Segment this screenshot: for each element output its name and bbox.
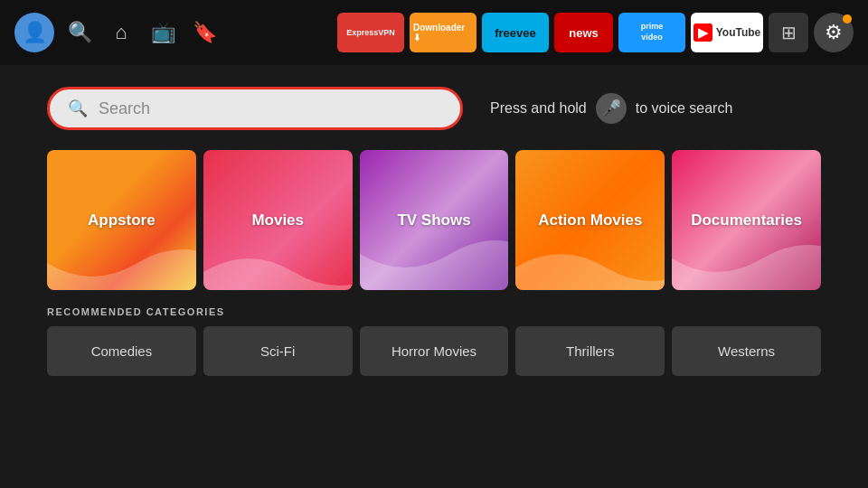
freevee-label: freevee <box>495 26 536 40</box>
news-button[interactable]: news <box>554 13 613 52</box>
rec-label-scifi: Sci-Fi <box>260 343 295 359</box>
category-grid: Appstore Movies TV Shows Action Movies D… <box>0 150 868 290</box>
news-label: news <box>569 26 599 40</box>
category-card-action[interactable]: Action Movies <box>515 150 665 290</box>
settings-notification-dot <box>843 14 852 23</box>
home-icon[interactable]: ⌂ <box>105 16 137 49</box>
rec-card-westerns[interactable]: Westerns <box>672 326 821 376</box>
category-label-documentaries: Documentaries <box>691 211 802 230</box>
search-placeholder: Search <box>99 99 150 118</box>
category-label-appstore: Appstore <box>88 211 156 230</box>
category-label-movies: Movies <box>251 211 304 230</box>
rec-card-thrillers[interactable]: Thrillers <box>515 326 665 376</box>
category-card-documentaries[interactable]: Documentaries <box>672 150 821 290</box>
grid-icon: ⊞ <box>781 22 797 43</box>
expressvpn-button[interactable]: ExpressVPN <box>337 13 404 52</box>
settings-button[interactable]: ⚙ <box>814 13 854 52</box>
category-label-tvshows: TV Shows <box>397 211 470 230</box>
youtube-button[interactable]: ▶ YouTube <box>691 13 763 52</box>
rec-label-horror: Horror Movies <box>392 343 476 359</box>
recommended-section: RECOMMENDED CATEGORIES Comedies Sci-Fi H… <box>0 290 868 376</box>
recommended-grid: Comedies Sci-Fi Horror Movies Thrillers … <box>47 326 821 376</box>
downloader-button[interactable]: Downloader ⬇ <box>410 13 476 52</box>
voice-hint-text-before: Press and hold <box>490 100 587 117</box>
youtube-label: YouTube <box>716 26 761 39</box>
bookmark-icon[interactable]: 🔖 <box>188 16 221 49</box>
prime-video-button[interactable]: primevideo <box>618 13 685 52</box>
rec-card-scifi[interactable]: Sci-Fi <box>203 326 353 376</box>
app-shortcuts-bar: ExpressVPN Downloader ⬇ freevee news pri… <box>337 13 854 52</box>
downloader-label: Downloader ⬇ <box>413 23 473 42</box>
expressvpn-label: ExpressVPN <box>346 28 395 38</box>
rec-label-thrillers: Thrillers <box>566 343 614 359</box>
prime-label: primevideo <box>641 22 664 42</box>
tv-icon[interactable]: 📺 <box>146 16 179 49</box>
rec-label-westerns: Westerns <box>718 343 775 359</box>
microphone-icon[interactable]: 🎤 <box>596 93 627 124</box>
search-nav-icon[interactable]: 🔍 <box>63 16 96 49</box>
rec-label-comedies: Comedies <box>91 343 153 359</box>
category-card-appstore[interactable]: Appstore <box>47 150 196 290</box>
top-navigation: 👤 🔍 ⌂ 📺 🔖 ExpressVPN Downloader ⬇ freeve… <box>0 0 868 65</box>
youtube-logo-icon: ▶ <box>693 23 712 42</box>
search-bar[interactable]: 🔍 Search <box>47 87 463 130</box>
rec-card-horror[interactable]: Horror Movies <box>360 326 509 376</box>
nav-left-icons: 👤 🔍 ⌂ 📺 🔖 <box>14 13 221 52</box>
grid-view-button[interactable]: ⊞ <box>769 13 808 52</box>
search-section: 🔍 Search Press and hold 🎤 to voice searc… <box>0 65 868 145</box>
voice-search-hint: Press and hold 🎤 to voice search <box>490 93 732 124</box>
freevee-button[interactable]: freevee <box>482 13 549 52</box>
avatar[interactable]: 👤 <box>14 13 54 52</box>
recommended-title: RECOMMENDED CATEGORIES <box>47 306 821 317</box>
search-icon: 🔍 <box>68 99 88 118</box>
category-card-tvshows[interactable]: TV Shows <box>360 150 509 290</box>
category-label-action: Action Movies <box>538 211 642 230</box>
category-card-movies[interactable]: Movies <box>203 150 353 290</box>
voice-hint-text-after: to voice search <box>636 100 733 117</box>
rec-card-comedies[interactable]: Comedies <box>47 326 196 376</box>
